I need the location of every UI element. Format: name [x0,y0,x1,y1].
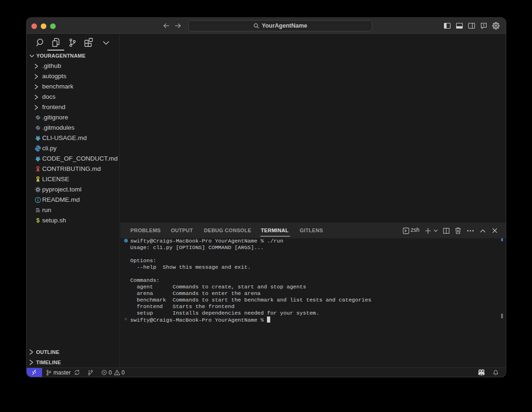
svg-text:$: $ [36,218,40,224]
